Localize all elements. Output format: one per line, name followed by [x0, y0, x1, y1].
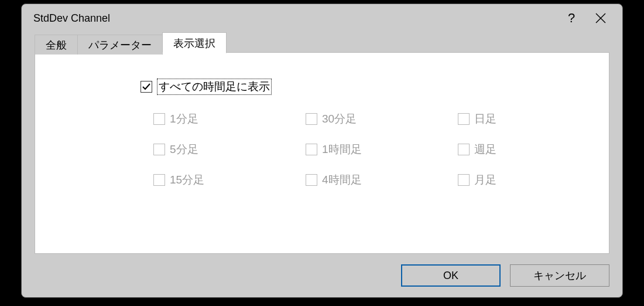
checkbox-m1[interactable]: [153, 113, 165, 125]
label-mn1: 月足: [474, 172, 496, 188]
dialog-footer: OK キャンセル: [401, 264, 609, 287]
timeframe-w1-row: 週足: [458, 142, 575, 157]
timeframe-m30-row: 30分足: [306, 111, 458, 127]
dialog-title: StdDev Channel: [33, 12, 557, 25]
label-w1: 週足: [474, 142, 496, 157]
checkbox-show-all[interactable]: [141, 81, 152, 93]
timeframe-m5-row: 5分足: [153, 142, 306, 157]
checkbox-m5[interactable]: [153, 144, 165, 155]
checkbox-d1[interactable]: [458, 113, 470, 125]
ok-button[interactable]: OK: [401, 264, 501, 287]
label-m5: 5分足: [170, 142, 198, 157]
timeframe-h1-row: 1時間足: [306, 142, 458, 157]
timeframe-grid: 1分足 30分足 日足 5分足 1時間足: [141, 111, 609, 188]
timeframe-mn1-row: 月足: [458, 172, 575, 188]
cancel-button[interactable]: キャンセル: [510, 264, 609, 287]
label-h1: 1時間足: [322, 142, 362, 157]
tab-content: すべての時間足に表示 1分足 30分足 日足 5分足: [35, 52, 609, 254]
timeframe-h4-row: 4時間足: [306, 172, 458, 188]
label-d1: 日足: [474, 111, 496, 127]
tab-parameters[interactable]: パラメーター: [77, 35, 163, 55]
master-checkbox-row: すべての時間足に表示: [141, 79, 609, 95]
titlebar: StdDev Channel ?: [22, 4, 622, 32]
timeframe-d1-row: 日足: [458, 111, 575, 127]
help-button[interactable]: ?: [557, 6, 586, 30]
checkbox-h4[interactable]: [306, 174, 317, 186]
checkbox-show-all-label: すべての時間足に表示: [157, 79, 272, 95]
checkbox-m30[interactable]: [306, 113, 317, 125]
dialog-window: StdDev Channel ? 全般 パラメーター 表示選択 すべての時間足に…: [21, 4, 623, 298]
tab-general[interactable]: 全般: [35, 35, 78, 55]
label-m15: 15分足: [170, 172, 204, 188]
label-m1: 1分足: [170, 111, 198, 127]
timeframe-m15-row: 15分足: [153, 172, 306, 188]
close-button[interactable]: [586, 6, 615, 30]
checkbox-mn1[interactable]: [458, 174, 470, 186]
tab-display[interactable]: 表示選択: [162, 32, 227, 53]
tab-bar: 全般 パラメーター 表示選択: [35, 35, 226, 56]
display-panel: すべての時間足に表示 1分足 30分足 日足 5分足: [35, 53, 609, 188]
checkmark-icon: [142, 83, 150, 91]
checkbox-m15[interactable]: [153, 174, 165, 186]
label-m30: 30分足: [322, 111, 357, 127]
timeframe-m1-row: 1分足: [153, 111, 306, 127]
checkbox-w1[interactable]: [458, 144, 470, 155]
label-h4: 4時間足: [322, 172, 362, 188]
close-icon: [595, 13, 606, 23]
checkbox-h1[interactable]: [306, 144, 317, 155]
